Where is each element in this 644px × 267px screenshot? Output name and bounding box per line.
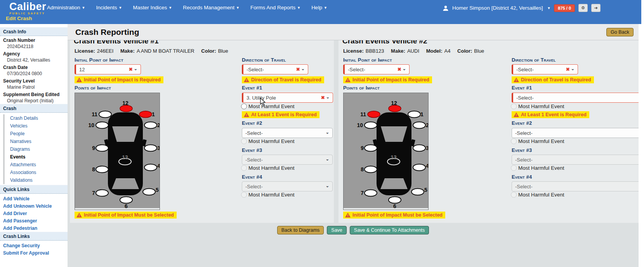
poi-oval-11[interactable]	[99, 111, 111, 118]
poi-oval-3[interactable]	[144, 145, 157, 152]
poi-oval-4[interactable]	[144, 164, 157, 171]
sidebar-item-associations[interactable]: Associations	[5, 169, 68, 176]
save-continue-button[interactable]: Save & Continue To Attachments	[350, 226, 429, 234]
radio-icon[interactable]	[241, 103, 247, 109]
go-back-button[interactable]: Go Back	[606, 28, 634, 36]
menu-administration[interactable]: Administration▼	[47, 5, 85, 10]
user-icon	[443, 5, 449, 11]
radio-icon	[511, 138, 517, 144]
event-4-select[interactable]: -Select- ⌄	[512, 181, 639, 191]
clear-icon[interactable]: ✖	[398, 67, 401, 72]
poi-oval-1[interactable]	[408, 111, 420, 118]
logout-button[interactable]: ➔	[591, 4, 601, 12]
poi-oval-12[interactable]	[120, 105, 132, 112]
poi-number-7: 7	[92, 190, 95, 196]
warning-icon: !	[76, 78, 82, 82]
poi-oval-2[interactable]	[144, 122, 157, 129]
poi-number-10: 10	[88, 122, 94, 128]
poi-oval-7[interactable]	[365, 190, 377, 196]
initial-point-select[interactable]: -Select- ✖⌄	[343, 64, 410, 74]
poi-number-12: 12	[122, 100, 128, 106]
notification-badge[interactable]: 875 / 0	[554, 4, 575, 12]
event-3-most-harmful-radio[interactable]: Most Harmful Event	[241, 165, 295, 171]
link-add-unknown-vehicle[interactable]: Add Unknown Vehicle	[0, 202, 68, 210]
poi-oval-5[interactable]	[411, 189, 424, 195]
event-1-most-harmful-radio[interactable]: Most Harmful Event	[241, 103, 295, 109]
link-change-security[interactable]: Change Security	[0, 242, 68, 249]
sidebar-item-attachments[interactable]: Attachments	[5, 161, 68, 169]
event-3-select[interactable]: -Select- ⌄	[512, 155, 639, 165]
sidebar-item-crash-details[interactable]: Crash Details	[5, 114, 68, 122]
link-submit-for-approval[interactable]: Submit For Approval	[0, 249, 68, 257]
poi-oval-8[interactable]	[365, 166, 377, 173]
event-2-most-harmful-radio[interactable]: Most Harmful Event	[241, 138, 295, 144]
crash-number-field: Crash Number 2024D42118	[0, 36, 68, 50]
top-navbar: Caliber PUBLIC SAFETY Edit Crash Adminis…	[0, 0, 641, 24]
event-4-most-harmful-radio[interactable]: Most Harmful Event	[241, 192, 295, 198]
direction-select[interactable]: -Select- ✖⌄	[512, 64, 578, 74]
clear-icon[interactable]: ✖	[321, 95, 325, 100]
brand-name: Caliber	[9, 2, 46, 12]
link-add-vehicle[interactable]: Add Vehicle	[0, 195, 68, 202]
menu-help[interactable]: Help▼	[311, 5, 327, 10]
event-2-select[interactable]: -Select- ⌄	[512, 128, 639, 138]
poi-oval-5[interactable]	[143, 189, 155, 195]
sidebar-item-diagrams[interactable]: Diagrams	[5, 145, 68, 153]
back-to-diagrams-button[interactable]: Back to Diagrams	[277, 226, 324, 234]
link-add-driver[interactable]: Add Driver	[0, 210, 68, 217]
poi-oval-3[interactable]	[413, 145, 425, 152]
chevron-down-icon: ⌄	[326, 95, 330, 100]
poi-oval-9[interactable]	[96, 145, 108, 152]
menu-forms-and-reports[interactable]: Forms And Reports▼	[250, 5, 300, 10]
points-of-impact-diagram[interactable]: 12345678910111213	[343, 93, 429, 210]
poi-oval-6[interactable]	[389, 197, 401, 203]
sidebar-item-validations[interactable]: Validations	[5, 176, 68, 184]
poi-oval-11[interactable]	[368, 111, 380, 118]
event-1-most-harmful-radio[interactable]: Most Harmful Event	[511, 103, 564, 109]
radio-icon	[241, 138, 247, 144]
menu-master-indices[interactable]: Master Indices▼	[133, 5, 172, 10]
poi-oval-4[interactable]	[413, 164, 425, 171]
event-2-most-harmful-radio[interactable]: Most Harmful Event	[511, 138, 564, 144]
event-4-most-harmful-radio[interactable]: Most Harmful Event	[511, 192, 564, 198]
menu-records-management[interactable]: Records Management▼	[183, 5, 240, 10]
link-add-pedestrian[interactable]: Add Pedestrian	[0, 224, 68, 232]
edit-crash-link[interactable]: Edit Crash	[6, 16, 32, 21]
brand-tagline: PUBLIC SAFETY	[9, 12, 46, 15]
sidebar-item-vehicles[interactable]: Vehicles	[5, 122, 68, 130]
points-of-impact-diagram[interactable]: 12345678910111213	[75, 93, 160, 210]
save-button[interactable]: Save	[327, 226, 347, 234]
chevron-down-icon[interactable]: ▼	[547, 6, 550, 10]
event-1-select[interactable]: 3. Utility Pole ✖⌄	[242, 93, 333, 103]
poi-oval-10[interactable]	[96, 122, 108, 129]
clear-icon[interactable]: ✖	[566, 67, 570, 72]
radio-icon[interactable]	[511, 103, 517, 109]
menu-incidents[interactable]: Incidents▼	[96, 5, 122, 10]
direction-select[interactable]: -Select- ✖⌄	[242, 64, 308, 74]
sidebar-item-narratives[interactable]: Narratives	[5, 138, 68, 145]
event-3-select[interactable]: -Select- ⌄	[242, 155, 333, 165]
event-4-select[interactable]: -Select- ⌄	[242, 181, 333, 191]
event-1-select[interactable]: -Select- ✖⌄	[512, 93, 639, 103]
clear-icon[interactable]: ✖	[129, 67, 133, 72]
poi-oval-7[interactable]	[96, 190, 108, 196]
sidebar-item-people[interactable]: People	[5, 130, 68, 138]
poi-oval-9[interactable]	[365, 145, 377, 152]
user-menu[interactable]: Homer Simpson [District 42, Versailles]	[452, 5, 543, 11]
poi-oval-10[interactable]	[365, 122, 377, 129]
poi-number-2: 2	[426, 122, 428, 128]
initial-point-select[interactable]: 12 ✖⌄	[75, 64, 141, 74]
link-add-passenger[interactable]: Add Passenger	[0, 217, 68, 224]
poi-oval-2[interactable]	[413, 122, 425, 129]
points-of-impact-error: !Initial Point of Impact Must be Selecte…	[75, 212, 177, 219]
event-2-select[interactable]: -Select- ⌄	[242, 128, 333, 138]
poi-oval-12[interactable]	[389, 105, 401, 112]
sidebar-item-events[interactable]: Events	[5, 153, 68, 161]
supplement-field: Supplement Being Edited Original Report …	[0, 90, 68, 104]
event-3-most-harmful-radio[interactable]: Most Harmful Event	[511, 165, 564, 171]
settings-button[interactable]: ⚙	[578, 4, 588, 12]
poi-oval-1[interactable]	[139, 111, 152, 118]
poi-oval-8[interactable]	[96, 166, 108, 173]
clear-icon[interactable]: ✖	[296, 67, 300, 72]
poi-oval-6[interactable]	[120, 197, 132, 203]
